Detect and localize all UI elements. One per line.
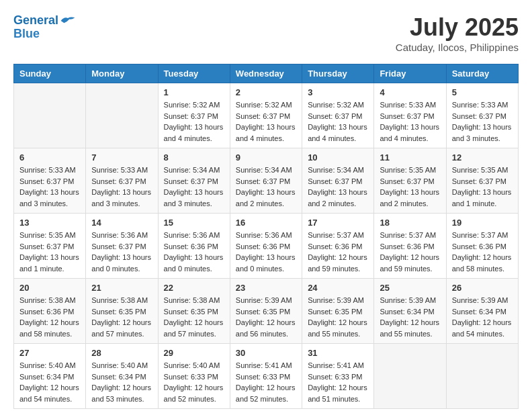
day-info: Sunrise: 5:33 AM Sunset: 6:37 PM Dayligh… [91,165,152,209]
sunrise-text: Sunrise: 5:40 AM [164,361,220,369]
daylight-text: Daylight: 12 hours and 58 minutes. [19,318,79,338]
calendar-day-cell: 1 Sunrise: 5:32 AM Sunset: 6:37 PM Dayli… [158,83,230,148]
sunset-text: Sunset: 6:36 PM [236,242,290,250]
day-info: Sunrise: 5:37 AM Sunset: 6:36 PM Dayligh… [452,230,513,274]
day-number: 16 [236,218,296,228]
day-number: 20 [19,283,80,293]
calendar-day-cell: 11 Sunrise: 5:35 AM Sunset: 6:37 PM Dayl… [374,148,446,214]
day-number: 14 [91,218,152,228]
sunset-text: Sunset: 6:37 PM [380,112,434,120]
daylight-text: Daylight: 13 hours and 0 minutes. [236,253,296,273]
day-number: 27 [19,348,80,358]
day-info: Sunrise: 5:38 AM Sunset: 6:35 PM Dayligh… [91,295,152,339]
calendar-day-cell: 9 Sunrise: 5:34 AM Sunset: 6:37 PM Dayli… [230,148,302,214]
sunset-text: Sunset: 6:35 PM [91,308,146,316]
day-number: 30 [236,348,296,358]
sunset-text: Sunset: 6:34 PM [91,373,146,381]
sunset-text: Sunset: 6:37 PM [380,177,434,185]
sunrise-text: Sunrise: 5:38 AM [91,296,148,304]
calendar-day-cell: 17 Sunrise: 5:37 AM Sunset: 6:36 PM Dayl… [302,214,374,279]
sunset-text: Sunset: 6:37 PM [164,112,218,120]
calendar-day-cell: 3 Sunrise: 5:32 AM Sunset: 6:37 PM Dayli… [302,83,374,148]
sunrise-text: Sunrise: 5:33 AM [19,166,76,174]
calendar-day-cell: 5 Sunrise: 5:33 AM Sunset: 6:37 PM Dayli… [446,83,518,148]
day-number: 17 [308,218,368,228]
sunrise-text: Sunrise: 5:39 AM [380,296,436,304]
sunset-text: Sunset: 6:36 PM [19,308,74,316]
daylight-text: Daylight: 13 hours and 2 minutes. [380,188,439,208]
day-info: Sunrise: 5:34 AM Sunset: 6:37 PM Dayligh… [308,165,368,209]
daylight-text: Daylight: 12 hours and 56 minutes. [236,318,296,338]
daylight-text: Daylight: 12 hours and 59 minutes. [308,253,367,273]
calendar-day-cell: 27 Sunrise: 5:40 AM Sunset: 6:34 PM Dayl… [14,344,86,409]
day-number: 18 [380,218,440,228]
day-info: Sunrise: 5:37 AM Sunset: 6:36 PM Dayligh… [380,230,440,274]
sunrise-text: Sunrise: 5:41 AM [308,361,364,369]
calendar-day-cell: 26 Sunrise: 5:39 AM Sunset: 6:34 PM Dayl… [446,279,518,344]
calendar-day-cell: 7 Sunrise: 5:33 AM Sunset: 6:37 PM Dayli… [86,148,158,214]
day-info: Sunrise: 5:35 AM Sunset: 6:37 PM Dayligh… [452,165,513,209]
logo: General Blue [13,13,76,41]
calendar-day-cell: 31 Sunrise: 5:41 AM Sunset: 6:33 PM Dayl… [302,344,374,409]
day-number: 13 [19,218,80,228]
calendar-table: Sunday Monday Tuesday Wednesday Thursday… [13,64,519,409]
calendar-week-row: 1 Sunrise: 5:32 AM Sunset: 6:37 PM Dayli… [14,83,519,148]
day-info: Sunrise: 5:33 AM Sunset: 6:37 PM Dayligh… [452,99,513,144]
sunset-text: Sunset: 6:37 PM [308,177,362,185]
daylight-text: Daylight: 13 hours and 2 minutes. [308,188,367,208]
day-info: Sunrise: 5:40 AM Sunset: 6:33 PM Dayligh… [164,360,224,404]
sunrise-text: Sunrise: 5:35 AM [452,166,508,174]
sunset-text: Sunset: 6:33 PM [308,373,362,381]
month-title: July 2025 [396,13,519,42]
sunrise-text: Sunrise: 5:33 AM [380,101,436,109]
sunrise-text: Sunrise: 5:36 AM [236,231,292,239]
daylight-text: Daylight: 13 hours and 3 minutes. [19,188,79,208]
daylight-text: Daylight: 12 hours and 57 minutes. [91,318,151,338]
calendar-day-cell: 6 Sunrise: 5:33 AM Sunset: 6:37 PM Dayli… [14,148,86,214]
day-info: Sunrise: 5:32 AM Sunset: 6:37 PM Dayligh… [236,99,296,144]
sunset-text: Sunset: 6:34 PM [19,373,74,381]
day-number: 6 [19,152,80,163]
daylight-text: Daylight: 12 hours and 55 minutes. [380,318,439,338]
daylight-text: Daylight: 12 hours and 55 minutes. [308,318,367,338]
daylight-text: Daylight: 12 hours and 51 minutes. [308,383,367,403]
logo-text: General [13,13,58,28]
calendar-day-cell: 18 Sunrise: 5:37 AM Sunset: 6:36 PM Dayl… [374,214,446,279]
daylight-text: Daylight: 12 hours and 54 minutes. [452,318,512,338]
daylight-text: Daylight: 13 hours and 4 minutes. [380,123,439,142]
calendar-day-cell: 13 Sunrise: 5:35 AM Sunset: 6:37 PM Dayl… [14,214,86,279]
title-section: July 2025 Catuday, Ilocos, Philippines [396,13,519,53]
sunset-text: Sunset: 6:37 PM [91,177,146,185]
calendar-day-cell: 28 Sunrise: 5:40 AM Sunset: 6:34 PM Dayl… [86,344,158,409]
calendar-day-cell: 8 Sunrise: 5:34 AM Sunset: 6:37 PM Dayli… [158,148,230,214]
sunset-text: Sunset: 6:36 PM [380,242,434,250]
calendar-day-cell: 4 Sunrise: 5:33 AM Sunset: 6:37 PM Dayli… [374,83,446,148]
calendar-day-cell: 12 Sunrise: 5:35 AM Sunset: 6:37 PM Dayl… [446,148,518,214]
daylight-text: Daylight: 13 hours and 0 minutes. [91,253,151,273]
calendar-day-cell: 23 Sunrise: 5:39 AM Sunset: 6:35 PM Dayl… [230,279,302,344]
sunset-text: Sunset: 6:36 PM [308,242,362,250]
daylight-text: Daylight: 12 hours and 54 minutes. [19,383,79,403]
sunrise-text: Sunrise: 5:37 AM [452,231,508,239]
daylight-text: Daylight: 13 hours and 4 minutes. [236,123,296,142]
day-number: 24 [308,283,368,293]
sunrise-text: Sunrise: 5:40 AM [19,361,76,369]
calendar-day-cell: 24 Sunrise: 5:39 AM Sunset: 6:35 PM Dayl… [302,279,374,344]
logo-subtext: Blue [13,27,76,42]
daylight-text: Daylight: 13 hours and 1 minute. [452,188,512,208]
sunrise-text: Sunrise: 5:34 AM [164,166,220,174]
day-number: 28 [91,348,152,358]
day-number: 25 [380,283,440,293]
day-number: 21 [91,283,152,293]
day-info: Sunrise: 5:35 AM Sunset: 6:37 PM Dayligh… [19,230,80,274]
day-info: Sunrise: 5:38 AM Sunset: 6:36 PM Dayligh… [19,295,80,339]
daylight-text: Daylight: 13 hours and 4 minutes. [164,123,224,142]
sunset-text: Sunset: 6:37 PM [452,112,506,120]
day-info: Sunrise: 5:36 AM Sunset: 6:36 PM Dayligh… [236,230,296,274]
daylight-text: Daylight: 13 hours and 1 minute. [19,253,79,273]
sunset-text: Sunset: 6:36 PM [452,242,506,250]
sunset-text: Sunset: 6:37 PM [236,177,290,185]
day-info: Sunrise: 5:35 AM Sunset: 6:37 PM Dayligh… [380,165,440,209]
day-info: Sunrise: 5:39 AM Sunset: 6:34 PM Dayligh… [452,295,513,339]
calendar-day-cell [86,83,158,148]
